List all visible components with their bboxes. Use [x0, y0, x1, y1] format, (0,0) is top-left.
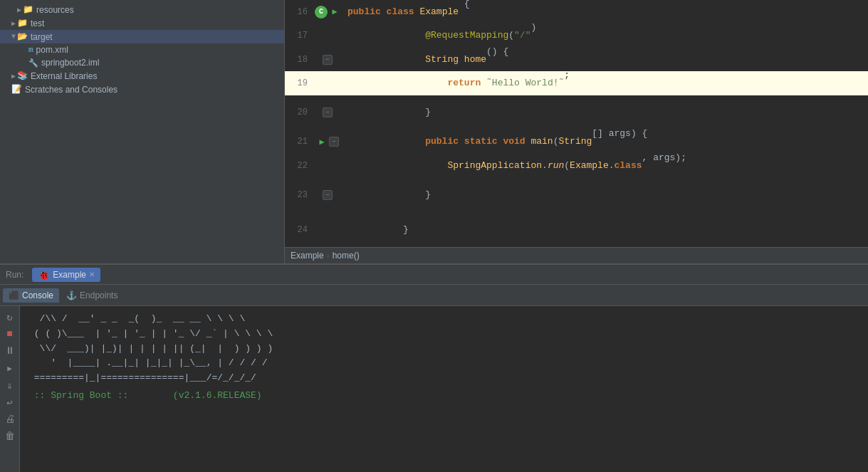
gutter-20[interactable]: − [313, 95, 342, 130]
run-tab-name: Example [53, 270, 86, 280]
tree-label-scratches: Scratches and Consoles [25, 85, 117, 95]
run-bar: Run: 🐞 Example ✕ [0, 265, 868, 285]
chevron-right-icon-extlibs: ▶ [11, 72, 16, 80]
gutter-16[interactable]: C ▶ [313, 0, 342, 23]
folder-icon-target: 📂 [17, 31, 28, 42]
gutter-22 [313, 154, 342, 177]
line-num-23: 23 [285, 178, 313, 213]
spring-boot-info: :: Spring Boot :: (v2.1.6.RELEASE) [28, 389, 859, 404]
scroll-end-button[interactable]: ⇓ [2, 377, 18, 393]
line-num-18: 18 [285, 48, 313, 71]
code-line-20: 20 − } [285, 95, 868, 130]
run-indicator-icon[interactable]: C [315, 6, 328, 19]
console-tab-console[interactable]: ⬛ Console [3, 288, 59, 303]
code-lines: 16 C ▶ public class Example { 17 @Reques… [285, 0, 868, 247]
stop-button[interactable]: ■ [2, 326, 18, 342]
play-icon-16[interactable]: ▶ [329, 6, 340, 18]
extlibs-icon: 📚 [17, 70, 28, 81]
gutter-17 [313, 23, 342, 47]
tree-label-resources: resources [36, 5, 74, 15]
run-tab-example[interactable]: 🐞 Example ✕ [32, 268, 100, 282]
code-line-24: 24 } [285, 212, 868, 247]
clear-button[interactable]: 🗑 [2, 429, 18, 444]
console-output[interactable]: /\\ / __' _ _ _( )_ __ __ \ \ \ \ ( ( )\… [20, 306, 868, 472]
breadcrumb-example[interactable]: Example [291, 251, 324, 261]
fold-btn-20[interactable]: − [323, 107, 333, 117]
main-area: ▶ 📁 resources ▶ 📁 test ▼ 📂 target m pom.… [0, 0, 868, 263]
tree-label-extlibs: External Libraries [31, 71, 97, 81]
line-num-24: 24 [285, 212, 313, 247]
gutter-18[interactable]: − [313, 48, 342, 71]
run-tab-icon: 🐞 [38, 269, 50, 280]
rerun-button[interactable]: ↻ [2, 309, 18, 325]
tree-item-scratches[interactable]: 📝 Scratches and Consoles [0, 83, 284, 96]
gutter-19 [313, 71, 342, 95]
console-area: ↻ ■ ⏸ ▶ ⇓ ↩ 🖨 🗑 /\\ / __' _ _ _( )_ __ _… [0, 306, 868, 472]
tree-item-extlibs[interactable]: ▶ 📚 External Libraries [0, 69, 284, 83]
tree-item-iml[interactable]: 🔧 springboot2.iml [0, 56, 284, 69]
breadcrumb-sep: › [327, 251, 330, 261]
endpoints-icon: ⚓ [66, 290, 77, 300]
line-num-16: 16 [285, 0, 313, 23]
gutter-24 [313, 212, 342, 247]
file-icon-iml: 🔧 [28, 58, 38, 68]
close-tab-icon[interactable]: ✕ [89, 271, 95, 278]
play-icon-21[interactable]: ▶ [316, 136, 328, 147]
chevron-down-icon-target: ▼ [11, 33, 16, 41]
line-num-21: 21 [285, 130, 313, 154]
console-tab-endpoints[interactable]: ⚓ Endpoints [61, 288, 123, 303]
tree-item-test[interactable]: ▶ 📁 test [0, 16, 284, 30]
line-num-17: 17 [285, 23, 313, 47]
code-content-23[interactable]: } [342, 178, 868, 213]
breadcrumb-home[interactable]: home() [333, 251, 360, 261]
line-num-20: 20 [285, 95, 313, 130]
code-editor: 16 C ▶ public class Example { 17 @Reques… [285, 0, 868, 263]
chevron-right-icon-test: ▶ [11, 19, 16, 28]
bottom-panel: Run: 🐞 Example ✕ ⬛ Console ⚓ Endpoints ↻… [0, 263, 868, 472]
folder-icon: 📁 [23, 4, 33, 15]
fold-btn-18[interactable]: − [323, 55, 333, 65]
print-button[interactable]: 🖨 [2, 411, 18, 427]
scratch-icon: 📝 [11, 84, 22, 95]
tree-label-test: test [31, 19, 44, 28]
line-num-19: 19 [285, 71, 313, 95]
gutter-21[interactable]: ▶ − [313, 130, 342, 154]
fold-btn-23[interactable]: − [323, 190, 333, 200]
folder-icon-test: 📁 [17, 18, 28, 28]
wrap-button[interactable]: ↩ [2, 394, 18, 410]
tree-item-pom[interactable]: m pom.xml [0, 43, 284, 56]
side-toolbar: ↻ ■ ⏸ ▶ ⇓ ↩ 🖨 🗑 [0, 306, 20, 472]
run-label: Run: [6, 270, 23, 280]
code-content-24[interactable]: } [342, 212, 868, 247]
line-num-22: 22 [285, 154, 313, 177]
tree-item-resources[interactable]: ▶ 📁 resources [0, 3, 284, 16]
console-icon: ⬛ [9, 290, 19, 300]
pause-button[interactable]: ⏸ [2, 343, 18, 359]
fold-btn-21[interactable]: − [329, 137, 339, 147]
breadcrumb: Example › home() [285, 247, 868, 263]
endpoints-tab-label: Endpoints [80, 290, 117, 300]
spring-banner: /\\ / __' _ _ _( )_ __ __ \ \ \ \ ( ( )\… [28, 312, 859, 386]
resume-button[interactable]: ▶ [2, 360, 18, 376]
tree-item-target[interactable]: ▼ 📂 target [0, 30, 284, 43]
console-tab-label: Console [22, 290, 53, 300]
tree-label-target: target [31, 32, 53, 42]
console-toolbar: ⬛ Console ⚓ Endpoints [0, 285, 868, 306]
gutter-23[interactable]: − [313, 178, 342, 213]
file-icon-pom: m [28, 46, 33, 54]
file-tree: ▶ 📁 resources ▶ 📁 test ▼ 📂 target m pom.… [0, 0, 285, 263]
chevron-right-icon: ▶ [17, 6, 21, 14]
code-content-20[interactable]: } [342, 95, 868, 130]
tree-label-iml: springboot2.iml [41, 58, 99, 68]
tree-label-pom: pom.xml [36, 45, 68, 55]
